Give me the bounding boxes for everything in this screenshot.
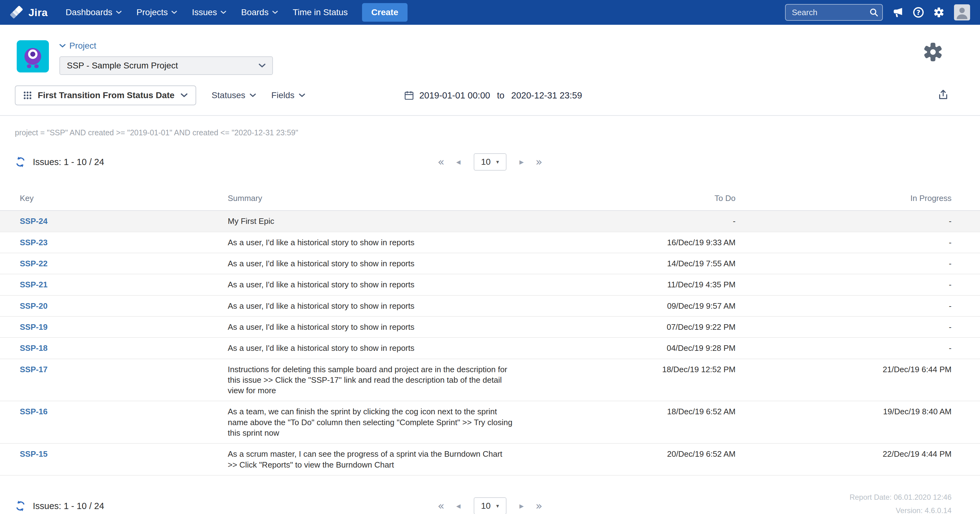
issue-inprogress-date: - bbox=[735, 216, 951, 226]
nav-item-label: Dashboards bbox=[65, 8, 112, 18]
table-row: SSP-20 As a user, I'd like a historical … bbox=[0, 296, 980, 317]
report-type-button[interactable]: First Transition From Status Date bbox=[15, 85, 196, 105]
issue-summary: As a scrum master, I can see the progres… bbox=[228, 449, 519, 470]
nav-right: ? bbox=[785, 4, 970, 21]
issue-key-link[interactable]: SSP-23 bbox=[20, 238, 48, 247]
brand-text: Jira bbox=[29, 6, 48, 19]
issue-key-cell: SSP-22 bbox=[20, 258, 228, 269]
issues-header-row: Issues: 1 - 10 / 24 « ◂ 10 ▾ ▸ » bbox=[0, 152, 980, 172]
fields-label: Fields bbox=[271, 90, 294, 100]
date-range-picker[interactable]: 2019-01-01 00:00 to 2020-12-31 23:59 bbox=[404, 90, 582, 101]
next-page-button[interactable]: ▸ bbox=[517, 158, 527, 166]
column-header-todo[interactable]: To Do bbox=[519, 193, 735, 203]
refresh-icon[interactable] bbox=[15, 156, 26, 168]
table-row: SSP-16 As a team, we can finish the spri… bbox=[0, 401, 980, 444]
announcement-icon[interactable] bbox=[892, 6, 904, 18]
issue-key-link[interactable]: SSP-16 bbox=[20, 407, 48, 416]
jira-logo[interactable]: Jira bbox=[10, 5, 48, 19]
report-version: Version: 4.6.0.14 bbox=[850, 504, 951, 514]
issue-key-cell: SSP-23 bbox=[20, 237, 228, 248]
help-icon[interactable]: ? bbox=[913, 7, 924, 18]
table-header: Key Summary To Do In Progress bbox=[0, 189, 980, 211]
jql-query-text: project = "SSP" AND created >= "2019-01-… bbox=[0, 116, 980, 137]
nav-menu: Dashboards Projects Issues Boards Time i… bbox=[59, 3, 355, 22]
issue-inprogress-date: 22/Dec/19 4:44 PM bbox=[735, 449, 951, 459]
page: Jira Dashboards Projects Issues Boards T… bbox=[0, 0, 980, 514]
last-page-button[interactable]: » bbox=[533, 156, 546, 168]
nav-item-issues[interactable]: Issues bbox=[185, 3, 233, 22]
project-label-toggle[interactable]: Project bbox=[59, 41, 96, 51]
next-page-button[interactable]: ▸ bbox=[517, 501, 527, 510]
project-select[interactable]: SSP - Sample Scrum Project bbox=[59, 56, 273, 75]
chevron-down-icon bbox=[272, 11, 278, 14]
gear-icon[interactable] bbox=[933, 6, 945, 18]
issue-summary: As a user, I'd like a historical story t… bbox=[228, 279, 519, 290]
caret-down-icon bbox=[259, 64, 266, 68]
issue-inprogress-date: 21/Dec/19 6:44 PM bbox=[735, 364, 951, 375]
refresh-icon[interactable] bbox=[15, 500, 26, 511]
grid-icon bbox=[24, 91, 32, 99]
fields-button[interactable]: Fields bbox=[271, 90, 305, 100]
issue-key-link[interactable]: SSP-21 bbox=[20, 280, 48, 289]
prev-page-button[interactable]: ◂ bbox=[453, 501, 463, 510]
export-icon[interactable] bbox=[936, 87, 950, 104]
issue-summary: As a team, we can finish the sprint by c… bbox=[228, 406, 519, 438]
settings-gear-icon[interactable] bbox=[922, 41, 944, 65]
issue-inprogress-date: - bbox=[735, 279, 951, 290]
issue-key-link[interactable]: SSP-17 bbox=[20, 365, 48, 374]
issue-key-link[interactable]: SSP-22 bbox=[20, 259, 48, 268]
issue-inprogress-date: 19/Dec/19 8:40 AM bbox=[735, 406, 951, 417]
issue-summary: My First Epic bbox=[228, 216, 519, 226]
issue-inprogress-date: - bbox=[735, 258, 951, 269]
issue-summary: As a user, I'd like a historical story t… bbox=[228, 301, 519, 311]
project-header: Project SSP - Sample Scrum Project bbox=[0, 25, 980, 82]
project-select-value: SSP - Sample Scrum Project bbox=[67, 61, 178, 70]
date-from: 2019-01-01 00:00 bbox=[419, 90, 490, 101]
create-button[interactable]: Create bbox=[362, 3, 407, 22]
chevron-down-icon bbox=[181, 93, 188, 97]
first-page-button[interactable]: « bbox=[434, 500, 447, 511]
table-row: SSP-22 As a user, I'd like a historical … bbox=[0, 253, 980, 275]
report-info: Report Date: 06.01.2020 12:46 Version: 4… bbox=[850, 490, 951, 514]
first-page-button[interactable]: « bbox=[434, 156, 447, 168]
statuses-label: Statuses bbox=[212, 90, 245, 100]
issue-key-cell: SSP-16 bbox=[20, 406, 228, 417]
issue-key-link[interactable]: SSP-24 bbox=[20, 216, 48, 226]
issue-todo-date: 14/Dec/19 7:55 AM bbox=[519, 258, 735, 269]
issue-key-link[interactable]: SSP-15 bbox=[20, 449, 48, 458]
page-size-select[interactable]: 10 ▾ bbox=[473, 153, 506, 171]
search-input[interactable] bbox=[785, 4, 883, 21]
nav-item-time-in-status[interactable]: Time in Status bbox=[286, 3, 355, 22]
issue-todo-date: 20/Dec/19 6:52 AM bbox=[519, 449, 735, 459]
column-header-summary[interactable]: Summary bbox=[228, 193, 519, 203]
project-avatar[interactable] bbox=[17, 40, 49, 72]
prev-page-button[interactable]: ◂ bbox=[453, 158, 463, 166]
nav-item-projects[interactable]: Projects bbox=[130, 3, 184, 22]
jira-logo-icon bbox=[10, 5, 24, 19]
chevron-down-icon bbox=[250, 94, 256, 97]
last-page-button[interactable]: » bbox=[533, 500, 546, 511]
nav-item-label: Time in Status bbox=[293, 8, 348, 18]
statuses-button[interactable]: Statuses bbox=[212, 90, 256, 100]
user-avatar[interactable] bbox=[954, 4, 970, 21]
table-row: SSP-17 Instructions for deleting this sa… bbox=[0, 359, 980, 402]
nav-item-boards[interactable]: Boards bbox=[234, 3, 285, 22]
page-size-select[interactable]: 10 ▾ bbox=[473, 497, 506, 514]
project-picker: Project SSP - Sample Scrum Project bbox=[59, 40, 273, 75]
calendar-icon bbox=[404, 90, 414, 101]
issue-todo-date: 18/Dec/19 12:52 PM bbox=[519, 364, 735, 375]
nav-item-label: Projects bbox=[137, 8, 168, 18]
project-label: Project bbox=[69, 41, 96, 51]
issue-todo-date: 09/Dec/19 9:57 AM bbox=[519, 301, 735, 311]
issue-key-link[interactable]: SSP-18 bbox=[20, 343, 48, 353]
issue-inprogress-date: - bbox=[735, 343, 951, 353]
issue-key-link[interactable]: SSP-20 bbox=[20, 301, 48, 311]
column-header-inprogress[interactable]: In Progress bbox=[735, 193, 951, 203]
issue-key-link[interactable]: SSP-19 bbox=[20, 322, 48, 332]
pagination-bottom: « ◂ 10 ▾ ▸ » bbox=[434, 497, 545, 514]
nav-item-dashboards[interactable]: Dashboards bbox=[59, 3, 129, 22]
column-header-key[interactable]: Key bbox=[20, 193, 228, 203]
issue-todo-date: - bbox=[519, 216, 735, 226]
issue-todo-date: 07/Dec/19 9:22 PM bbox=[519, 322, 735, 332]
chevron-down-icon bbox=[221, 11, 226, 14]
